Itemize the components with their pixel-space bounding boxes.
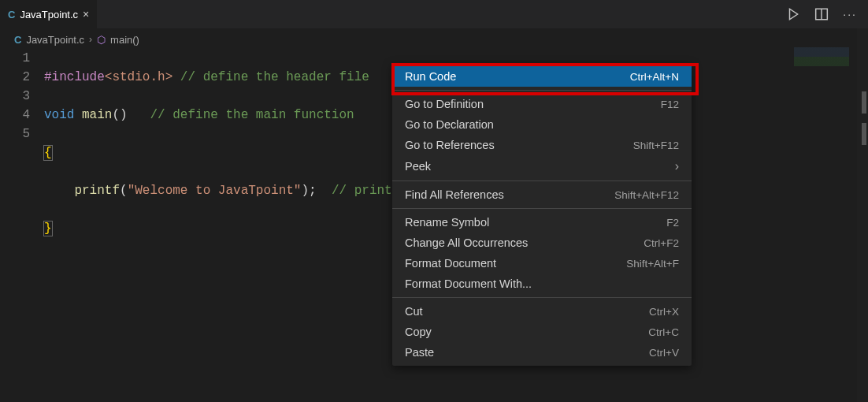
- c-file-icon: C: [8, 9, 15, 20]
- context-menu-item[interactable]: Format DocumentShift+Alt+F: [392, 253, 692, 274]
- breadcrumb-symbol[interactable]: main(): [110, 34, 139, 46]
- split-editor-icon[interactable]: [814, 7, 829, 21]
- context-menu-label: Format Document: [405, 257, 496, 270]
- symbol-icon: ⬡: [97, 34, 106, 46]
- close-icon[interactable]: ×: [83, 8, 89, 20]
- context-menu-item[interactable]: Go to DefinitionF12: [392, 94, 692, 114]
- breadcrumb[interactable]: C JavaTpoint.c › ⬡ main(): [0, 28, 868, 47]
- context-menu-label: Format Document With...: [405, 277, 532, 290]
- context-menu-shortcut: Shift+Alt+F12: [614, 189, 679, 201]
- scrollbar[interactable]: [857, 28, 868, 402]
- context-menu-item[interactable]: Find All ReferencesShift+Alt+F12: [392, 184, 692, 205]
- tab-bar: C JavaTpoint.c × ···: [0, 0, 868, 28]
- context-menu-item[interactable]: Peek›: [392, 155, 692, 177]
- line-gutter: 1 2 3 4 5: [0, 49, 44, 276]
- context-menu-shortcut: Ctrl+X: [649, 306, 679, 318]
- context-menu-item[interactable]: CopyCtrl+C: [392, 322, 692, 342]
- context-menu-item[interactable]: Change All OccurrencesCtrl+F2: [392, 233, 692, 253]
- context-menu-label: Run Code: [405, 70, 456, 83]
- context-menu-label: Go to Declaration: [405, 118, 494, 131]
- context-menu-item[interactable]: Format Document With...: [392, 274, 692, 294]
- context-menu-separator: [392, 90, 692, 91]
- context-menu-item[interactable]: Go to Declaration: [392, 114, 692, 135]
- context-menu-shortcut: Shift+Alt+F: [626, 258, 679, 270]
- context-menu-separator: [392, 181, 692, 181]
- context-menu-shortcut: F12: [661, 99, 679, 110]
- context-menu-item[interactable]: Rename SymbolF2: [392, 212, 692, 233]
- c-file-icon: C: [14, 34, 21, 46]
- svg-marker-0: [790, 9, 798, 20]
- tab-active[interactable]: C JavaTpoint.c ×: [0, 0, 98, 28]
- breadcrumb-file[interactable]: JavaTpoint.c: [26, 34, 84, 46]
- context-menu-label: Change All Occurrences: [405, 236, 528, 249]
- context-menu-item[interactable]: PasteCtrl+V: [392, 342, 692, 363]
- tabs: C JavaTpoint.c ×: [0, 0, 98, 28]
- editor-toolbar: ···: [786, 7, 868, 21]
- context-menu-item[interactable]: Go to ReferencesShift+F12: [392, 135, 692, 155]
- context-menu-shortcut: Ctrl+C: [648, 326, 679, 338]
- context-menu-item[interactable]: Run CodeCtrl+Alt+N: [392, 66, 692, 87]
- context-menu-item[interactable]: CutCtrl+X: [392, 301, 692, 322]
- chevron-right-icon: ›: [89, 34, 92, 45]
- context-menu-label: Go to References: [405, 139, 495, 151]
- context-menu-label: Paste: [405, 346, 434, 359]
- context-menu-label: Rename Symbol: [405, 216, 489, 229]
- context-menu-shortcut: Ctrl+Alt+N: [630, 71, 679, 83]
- context-menu-label: Copy: [405, 326, 432, 338]
- context-menu-label: Go to Definition: [405, 98, 484, 110]
- context-menu-separator: [392, 297, 692, 298]
- context-menu-shortcut: F2: [666, 217, 679, 229]
- minimap[interactable]: [794, 47, 849, 66]
- chevron-right-icon: ›: [675, 159, 679, 173]
- context-menu: Run CodeCtrl+Alt+NGo to DefinitionF12Go …: [392, 63, 692, 366]
- context-menu-shortcut: Ctrl+V: [649, 347, 679, 359]
- tab-label: JavaTpoint.c: [20, 9, 78, 20]
- context-menu-separator: [392, 208, 692, 209]
- more-icon[interactable]: ···: [843, 8, 857, 20]
- context-menu-label: Cut: [405, 305, 423, 318]
- context-menu-label: Peek: [405, 160, 431, 173]
- context-menu-shortcut: Ctrl+F2: [644, 237, 679, 249]
- run-icon[interactable]: [786, 7, 800, 21]
- context-menu-label: Find All References: [405, 188, 504, 201]
- context-menu-shortcut: Shift+F12: [633, 140, 679, 151]
